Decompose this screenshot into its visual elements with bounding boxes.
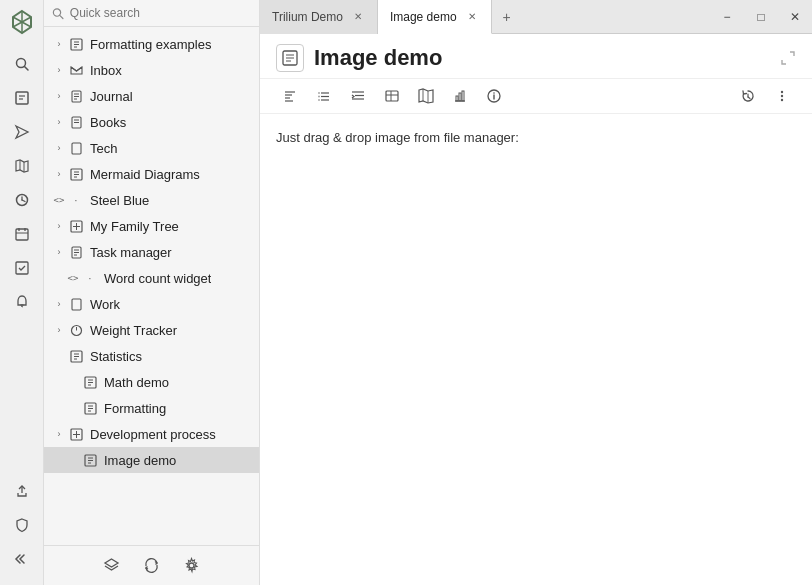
chevron-books: › [52,115,66,129]
toolbar-table-btn[interactable] [378,83,406,109]
rail-search-icon[interactable] [6,48,38,80]
sidebar-item-family-tree[interactable]: › My Family Tree [44,213,259,239]
node-icon-tech [68,140,84,156]
chevron-weight-tracker: › [52,323,66,337]
svg-rect-95 [456,96,458,101]
rail-export-icon[interactable] [6,475,38,507]
toolbar-more-btn[interactable] [768,83,796,109]
footer-layers-icon[interactable] [100,554,124,578]
label-math-demo: Math demo [104,375,169,390]
sidebar-item-statistics[interactable]: › Statistics [44,343,259,369]
node-icon-inbox [68,62,84,78]
node-icon-task-manager [68,244,84,260]
chevron-word-count: <> [66,271,80,285]
node-icon-family-tree [68,218,84,234]
sidebar-search-input[interactable] [70,6,251,20]
node-icon-word-count: · [82,270,98,286]
label-statistics: Statistics [90,349,142,364]
toolbar-list-btn[interactable] [310,83,338,109]
svg-rect-89 [386,91,398,101]
toolbar-info-btn[interactable] [480,83,508,109]
node-icon-dev-process [68,426,84,442]
chevron-tech: › [52,141,66,155]
label-word-count: Word count widget [104,271,211,286]
label-task-manager: Task manager [90,245,172,260]
svg-point-103 [781,91,783,93]
node-icon-steel-blue: · [68,192,84,208]
chevron-family-tree: › [52,219,66,233]
sidebar-item-image-demo[interactable]: › Image demo [44,447,259,473]
svg-line-24 [60,15,63,18]
sidebar-item-word-count[interactable]: <> · Word count widget [44,265,259,291]
sidebar-item-steel-blue[interactable]: <> · Steel Blue [44,187,259,213]
node-icon-journal [68,88,84,104]
label-mermaid: Mermaid Diagrams [90,167,200,182]
note-title: Image demo [314,45,442,71]
toolbar-indent-btn[interactable] [344,83,372,109]
sidebar-item-formatting[interactable]: › Formatting [44,395,259,421]
label-weight-tracker: Weight Tracker [90,323,177,338]
note-header: Image demo [260,34,812,79]
sidebar-item-task-manager[interactable]: › Task manager [44,239,259,265]
tab-trilium-demo-close[interactable]: ✕ [351,10,365,24]
note-content: Just drag & drop image from file manager… [260,114,812,585]
note-type-icon[interactable] [276,44,304,72]
sidebar-search-bar[interactable] [44,0,259,27]
toolbar-format-btn[interactable] [276,83,304,109]
tab-add-button[interactable]: + [492,0,522,34]
rail-collapse-icon[interactable] [6,543,38,575]
tab-image-demo-label: Image demo [390,10,457,24]
sidebar-item-mermaid[interactable]: › Mermaid Diagrams [44,161,259,187]
note-fullscreen-icon[interactable] [780,50,796,66]
svg-point-105 [781,99,783,101]
node-icon-formatting-examples [68,36,84,52]
svg-rect-15 [16,229,28,240]
footer-sync-icon[interactable] [140,554,164,578]
icon-rail [0,0,44,585]
sidebar-item-formatting-examples[interactable]: › Formatting examples [44,31,259,57]
sidebar-item-dev-process[interactable]: › Development process [44,421,259,447]
window-minimize-button[interactable]: − [710,0,744,34]
label-formatting: Formatting [104,401,166,416]
rail-calendar-icon[interactable] [6,218,38,250]
sidebar-item-math-demo[interactable]: › Math demo [44,369,259,395]
footer-settings-icon[interactable] [180,554,204,578]
label-journal: Journal [90,89,133,104]
svg-line-5 [24,67,28,71]
sidebar-item-journal[interactable]: › Journal [44,83,259,109]
sidebar-item-weight-tracker[interactable]: › Weight Tracker [44,317,259,343]
label-formatting-examples: Formatting examples [90,37,211,52]
tree-container: › Formatting examples › Inbox › Journal … [44,27,259,545]
note-body-text: Just drag & drop image from file manager… [276,130,519,145]
sidebar-item-tech[interactable]: › Tech [44,135,259,161]
app-logo[interactable] [8,8,36,36]
window-close-button[interactable]: ✕ [778,0,812,34]
rail-checklist-icon[interactable] [6,252,38,284]
rail-clock-icon[interactable] [6,184,38,216]
label-work: Work [90,297,120,312]
toolbar-history-btn[interactable] [734,83,762,109]
toolbar-chart-btn[interactable] [446,83,474,109]
node-icon-mermaid [68,166,84,182]
rail-notification-icon[interactable] [6,286,38,318]
sidebar-item-inbox[interactable]: › Inbox [44,57,259,83]
tab-image-demo-close[interactable]: ✕ [465,10,479,24]
label-dev-process: Development process [90,427,216,442]
sidebar-search-icon [52,7,64,20]
window-maximize-button[interactable]: □ [744,0,778,34]
rail-map-icon[interactable] [6,150,38,182]
node-icon-image-demo [82,452,98,468]
toolbar-map-btn[interactable] [412,83,440,109]
sidebar-item-books[interactable]: › Books [44,109,259,135]
chevron-formatting-examples: › [52,37,66,51]
sidebar: › Formatting examples › Inbox › Journal … [44,0,260,585]
main-area: Trilium Demo ✕ Image demo ✕ + − □ ✕ [260,0,812,585]
sidebar-item-work[interactable]: › Work [44,291,259,317]
rail-notes-icon[interactable] [6,82,38,114]
note-area: Image demo [260,34,812,585]
svg-rect-36 [72,143,81,154]
tab-trilium-demo[interactable]: Trilium Demo ✕ [260,0,378,34]
rail-security-icon[interactable] [6,509,38,541]
rail-send-icon[interactable] [6,116,38,148]
tab-image-demo[interactable]: Image demo ✕ [378,0,492,34]
